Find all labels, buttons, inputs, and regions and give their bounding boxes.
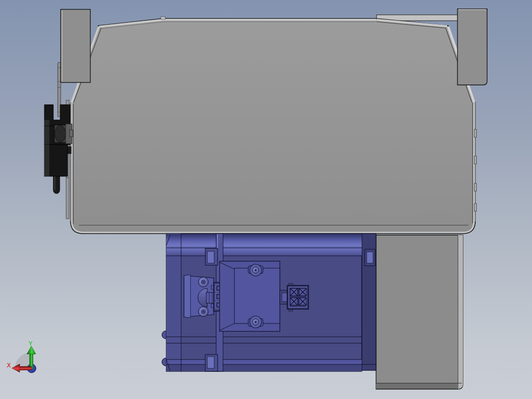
bottom-pin (53, 176, 60, 194)
motor-band-second (166, 248, 362, 256)
right-mounting-tab[interactable] (457, 9, 487, 85)
motor-bottom-band-light (166, 359, 362, 364)
encoder-plate (184, 275, 215, 318)
servo-motor[interactable] (162, 234, 376, 371)
cad-scene: Y X (0, 0, 532, 399)
cad-viewport[interactable]: Y X (0, 0, 532, 399)
origin-triad[interactable]: Y X (7, 340, 36, 373)
connector-tab-top (211, 285, 214, 289)
panel-bottom-band (376, 383, 458, 389)
screw-head (55, 125, 66, 142)
top-edge-tab (161, 17, 165, 19)
mounting-clip-right (365, 249, 375, 266)
center-cover-plate (220, 261, 280, 331)
motor-band-top (166, 234, 362, 248)
side-panel[interactable] (376, 235, 463, 389)
plate-screw-top (198, 277, 208, 287)
main-bracket-silhouette (71, 19, 475, 234)
washer-nub (70, 130, 73, 137)
motor-bottom-band-dark (166, 364, 362, 371)
mounting-clip-bottom (205, 355, 218, 371)
left-mounting-tab[interactable] (61, 9, 90, 82)
main-bracket-part[interactable] (71, 17, 477, 234)
x-axis-label: X (7, 361, 11, 369)
y-axis-label: Y (29, 340, 33, 347)
lower-block-step (68, 147, 71, 154)
connector-tab-bottom (211, 304, 214, 308)
panel-edge-highlight (458, 235, 463, 389)
signal-bracket-inner (282, 293, 287, 302)
mounting-clip-top (205, 248, 218, 265)
plate-screw-bottom (198, 307, 208, 317)
fork-facet (44, 120, 49, 145)
lower-block-facet (44, 145, 49, 176)
